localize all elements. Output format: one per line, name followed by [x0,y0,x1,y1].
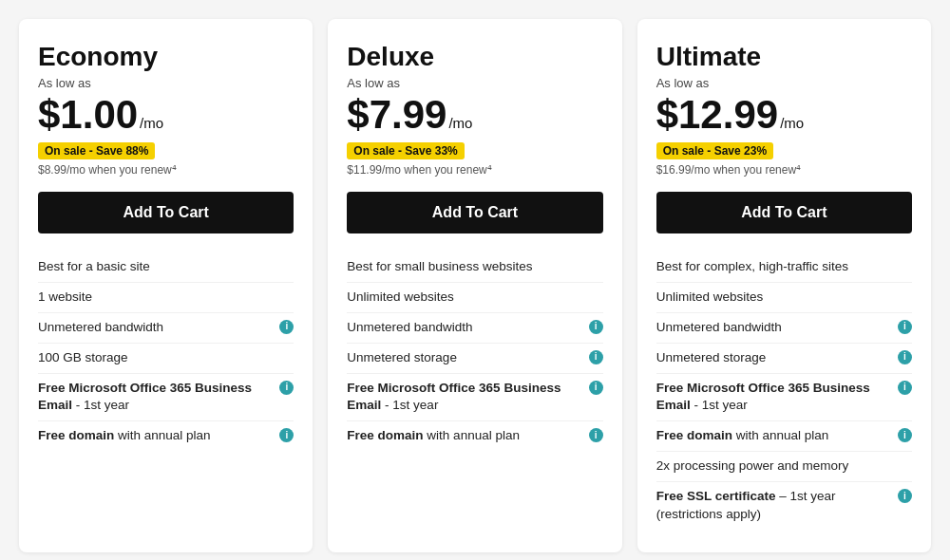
add-to-cart-button-economy[interactable]: Add To Cart [38,192,294,233]
feature-item: Unlimited websites [656,282,912,312]
feature-text: Free SSL certificate – 1st year (restric… [656,488,894,524]
plan-renew-economy: $8.99/mo when you renew⁴ [38,163,294,177]
feature-text: Best for small business websites [347,258,602,276]
info-icon[interactable]: i [589,320,603,334]
plan-per-mo-economy: /mo [140,115,163,131]
feature-text: 1 website [38,289,294,307]
feature-item: Unmetered bandwidthi [656,312,912,343]
feature-item: Free domain with annual plani [656,420,912,451]
feature-item: Unlimited websites [347,282,602,312]
feature-text: Unlimited websites [347,289,602,307]
plan-name-economy: Economy [38,42,294,72]
feature-item: Free Microsoft Office 365 Business Email… [347,373,602,421]
feature-item: Free domain with annual plani [38,420,294,451]
feature-bold-text: Free domain [656,428,732,442]
plan-name-deluxe: Deluxe [347,42,602,72]
plan-name-ultimate: Ultimate [656,42,912,72]
feature-item: Free SSL certificate – 1st year (restric… [656,481,912,530]
info-icon[interactable]: i [589,381,603,395]
info-icon[interactable]: i [589,428,603,442]
feature-text: Free Microsoft Office 365 Business Email… [347,380,584,416]
plans-container: EconomyAs low as$1.00/moOn sale - Save 8… [19,19,931,552]
feature-item: Free domain with annual plani [347,420,602,451]
plan-as-low-as-deluxe: As low as [347,76,602,90]
feature-text: Unmetered bandwidth [38,319,276,337]
plan-per-mo-ultimate: /mo [780,115,804,131]
add-to-cart-button-ultimate[interactable]: Add To Cart [656,192,912,233]
feature-text: 2x processing power and memory [656,457,912,476]
info-icon[interactable]: i [898,381,912,395]
info-icon[interactable]: i [898,489,912,503]
feature-item: Unmetered bandwidthi [347,312,602,343]
plan-price-deluxe: $7.99 [347,92,446,138]
plan-price-row-deluxe: $7.99/mo [347,92,602,138]
plan-card-deluxe: DeluxeAs low as$7.99/moOn sale - Save 33… [328,19,621,552]
feature-text: Best for complex, high-traffic sites [656,258,912,276]
plan-renew-deluxe: $11.99/mo when you renew⁴ [347,163,602,177]
info-icon[interactable]: i [279,381,294,395]
plan-features-deluxe: Best for small business websitesUnlimite… [347,252,602,451]
feature-item: Best for a basic site [38,252,294,282]
feature-item: 100 GB storage [38,343,294,373]
info-icon[interactable]: i [898,320,912,334]
plan-sale-badge-economy: On sale - Save 88% [38,142,155,159]
feature-bold-text: Free domain [38,428,114,442]
feature-text: 100 GB storage [38,349,294,367]
plan-price-row-ultimate: $12.99/mo [656,92,912,138]
feature-bold-text: Free SSL certificate [656,489,776,503]
feature-text: Best for a basic site [38,258,294,276]
info-icon[interactable]: i [279,320,294,334]
plan-price-ultimate: $12.99 [656,92,778,138]
info-icon[interactable]: i [279,428,294,442]
feature-item: 2x processing power and memory [656,451,912,481]
feature-bold-text: Free Microsoft Office 365 Business Email [347,381,560,413]
plan-features-ultimate: Best for complex, high-traffic sitesUnli… [656,252,912,530]
plan-sale-badge-ultimate: On sale - Save 23% [656,142,773,159]
feature-text: Free domain with annual plan [347,427,584,445]
plan-as-low-as-economy: As low as [38,76,294,90]
feature-text: Free domain with annual plan [38,427,276,445]
feature-text: Free domain with annual plan [656,427,894,445]
feature-item: Unmetered bandwidthi [38,312,294,343]
feature-bold-text: Free Microsoft Office 365 Business Email [656,381,870,413]
feature-text: Free Microsoft Office 365 Business Email… [38,380,276,416]
add-to-cart-button-deluxe[interactable]: Add To Cart [347,192,602,233]
feature-item: Best for small business websites [347,252,602,282]
feature-item: Free Microsoft Office 365 Business Email… [656,373,912,421]
feature-text: Unmetered storage [656,349,894,367]
info-icon[interactable]: i [589,350,603,364]
plan-card-economy: EconomyAs low as$1.00/moOn sale - Save 8… [19,19,313,552]
feature-item: 1 website [38,282,294,312]
plan-sale-badge-deluxe: On sale - Save 33% [347,142,464,159]
feature-bold-text: Free domain [347,428,423,442]
info-icon[interactable]: i [898,428,912,442]
plan-features-economy: Best for a basic site1 websiteUnmetered … [38,252,294,451]
plan-renew-ultimate: $16.99/mo when you renew⁴ [656,163,912,177]
feature-text: Free Microsoft Office 365 Business Email… [656,380,894,416]
plan-card-ultimate: UltimateAs low as$12.99/moOn sale - Save… [637,19,931,552]
feature-text: Unmetered storage [347,349,584,367]
plan-price-row-economy: $1.00/mo [38,92,294,138]
feature-text: Unlimited websites [656,289,912,307]
feature-text: Unmetered bandwidth [347,319,584,337]
feature-item: Unmetered storagei [656,343,912,373]
feature-item: Free Microsoft Office 365 Business Email… [38,373,294,421]
plan-price-economy: $1.00 [38,92,138,138]
plan-as-low-as-ultimate: As low as [656,76,912,90]
feature-text: Unmetered bandwidth [656,319,894,337]
plan-per-mo-deluxe: /mo [448,115,472,131]
info-icon[interactable]: i [898,350,912,364]
feature-item: Unmetered storagei [347,343,602,373]
feature-bold-text: Free Microsoft Office 365 Business Email [38,381,252,413]
feature-item: Best for complex, high-traffic sites [656,252,912,282]
